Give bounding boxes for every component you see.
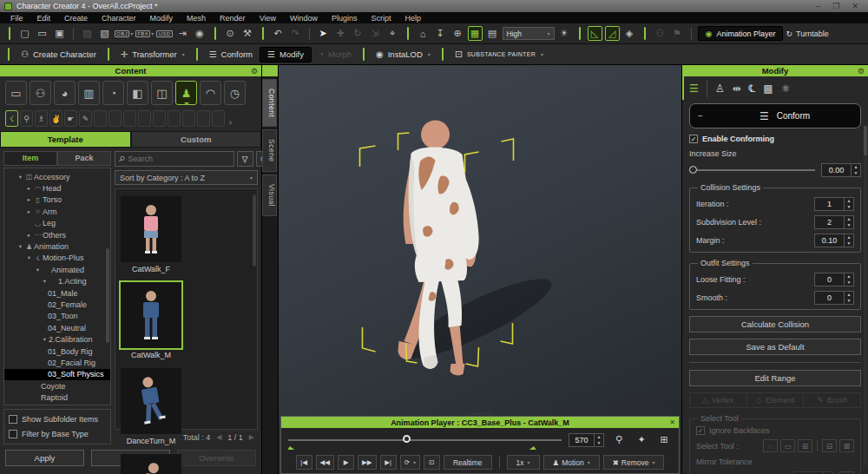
thumbnail-catwalk-m[interactable]: CatWalk_M	[121, 282, 181, 359]
tree-item-accessory[interactable]: ▾◫Accessory	[4, 171, 110, 182]
sub-gesture-icon[interactable]: ✌	[49, 110, 62, 127]
invert-select-icon[interactable]: ⊠	[839, 439, 854, 452]
rect-select-icon[interactable]: ▭	[780, 439, 795, 452]
spin-up[interactable]: ▲	[845, 198, 853, 204]
camera-key1-icon[interactable]: ◺	[588, 26, 602, 41]
tab-pack[interactable]: Pack	[57, 151, 111, 166]
checkbox-icon[interactable]	[689, 135, 698, 143]
tree-item-leg[interactable]: ◡Leg	[4, 218, 110, 229]
checkbox-icon[interactable]	[9, 415, 17, 424]
tree-item-animation[interactable]: ▾♟Animation	[4, 240, 110, 252]
save-project-icon[interactable]: ▣	[52, 26, 67, 41]
tree-item-raptoid[interactable]: Raptoid	[4, 392, 110, 403]
tree-item-03-soft-physics[interactable]: 03_Soft Physics	[4, 369, 110, 380]
expander-icon[interactable]: ▾	[41, 278, 49, 285]
menu-help[interactable]: Help	[398, 14, 429, 23]
speed-select[interactable]: 1x▾	[507, 455, 540, 470]
collapse-icons-button[interactable]: «	[227, 121, 234, 124]
search-input[interactable]	[128, 155, 230, 163]
import-character-icon[interactable]: ▧	[97, 26, 112, 41]
category-morph-icon[interactable]: ◔	[102, 81, 124, 105]
gear-icon[interactable]: ⚙	[858, 67, 865, 76]
turntable-button[interactable]: ↻ Turntable	[786, 30, 828, 38]
skip-start-button[interactable]: |◀	[296, 455, 312, 470]
expander-icon[interactable]: ▸	[25, 232, 33, 239]
fast-backward-button[interactable]: ◀◀	[316, 455, 335, 470]
expander-icon[interactable]: ▸	[25, 185, 33, 192]
tree-item-03-toon[interactable]: 03_Toon	[4, 311, 110, 322]
create-character-button[interactable]: ⚇Create Character	[14, 47, 103, 63]
collapse-section-icon[interactable]: −	[698, 111, 717, 121]
apply-button[interactable]: Apply	[5, 450, 84, 466]
expander-icon[interactable]: ▾	[25, 254, 33, 261]
brush-mode-button[interactable]: ✎Brush	[804, 393, 860, 407]
vertex-mode-button[interactable]: △Vertex	[690, 393, 747, 407]
grid-view-icon[interactable]: ▦	[468, 26, 483, 41]
range-start-marker[interactable]	[286, 443, 295, 450]
copy-layers-icon[interactable]: ⊞	[656, 433, 672, 447]
spin-down[interactable]: ▼	[845, 280, 853, 286]
edit-range-button[interactable]: Edit Range	[689, 370, 861, 386]
timeline-slider[interactable]	[288, 432, 562, 448]
content-panel-header[interactable]: Content ⚙	[0, 65, 261, 76]
category-skin-icon[interactable]: ◕	[54, 81, 76, 105]
menu-view[interactable]: View	[253, 14, 283, 23]
side-tab-content[interactable]: Content	[262, 79, 277, 127]
comment-button[interactable]: ⊡	[424, 455, 440, 470]
category-project-icon[interactable]: ▭	[5, 81, 27, 105]
menu-mesh[interactable]: Mesh	[180, 14, 213, 23]
minimize-button[interactable]: –	[816, 2, 820, 10]
quality-select[interactable]: High ▾	[503, 27, 555, 40]
preview-icon[interactable]: ◉	[193, 26, 207, 41]
sub-hand-icon[interactable]: ☛	[64, 110, 77, 127]
lasso-select-icon[interactable]: ◌	[763, 439, 778, 452]
sub-motion-icon[interactable]: ♗	[35, 110, 48, 127]
add-select-icon[interactable]: ⊟	[822, 439, 837, 452]
tree-item-motion-plus[interactable]: ▾☇Motion-Plus	[4, 253, 110, 264]
calculate-collision-button[interactable]: Calculate Collision	[689, 316, 861, 332]
spin-down[interactable]: ▼	[845, 298, 853, 304]
modify-scrollbar[interactable]	[864, 126, 867, 465]
spin-down[interactable]: ▼	[845, 222, 853, 228]
modify-button[interactable]: ☰Modify	[260, 47, 312, 63]
filter-base-type-checkbox[interactable]: Filter by Base Type	[9, 430, 106, 438]
undo-icon[interactable]: ↶	[271, 26, 286, 41]
thumbnail-spinaround-f[interactable]: SpinAround_F	[121, 454, 181, 474]
thumbnail-scrollbar[interactable]	[253, 194, 256, 267]
fit-view-icon[interactable]: ↧	[433, 26, 448, 41]
animation-player-header[interactable]: Animation Player : CC3_Base_Plus - CatWa…	[281, 417, 679, 428]
spin-down[interactable]: ▼	[845, 204, 853, 210]
conform-button[interactable]: ☰Conform	[202, 47, 260, 63]
menu-create[interactable]: Create	[57, 14, 95, 23]
expander-icon[interactable]: ▾	[41, 336, 49, 343]
tree-item-02-female[interactable]: 02_Female	[4, 299, 110, 310]
subdivision-spinner[interactable]: 2▲▼	[814, 215, 854, 229]
morph-button[interactable]: ◔Morph	[312, 47, 358, 63]
tree-item-head[interactable]: ▸◠Head	[4, 182, 110, 194]
tree-item-others[interactable]: ▸⋯Others	[4, 229, 110, 240]
spin-up[interactable]: ▲	[845, 234, 853, 240]
menu-edit[interactable]: Edit	[30, 14, 58, 23]
element-mode-button[interactable]: ◇Element	[747, 393, 805, 407]
paint-select-icon[interactable]: ⊞	[798, 439, 812, 452]
category-character-icon[interactable]: ⚇	[30, 81, 51, 105]
spin-up[interactable]: ▲	[845, 216, 853, 222]
gear-icon[interactable]: ⚙	[251, 67, 258, 76]
camera-key2-icon[interactable]: ◿	[605, 26, 620, 41]
close-button[interactable]: ✕	[852, 2, 858, 10]
filter-icon[interactable]: ∇	[237, 151, 253, 167]
overwrite-button[interactable]: Overwrite	[177, 450, 256, 466]
camera-icon[interactable]: ▤	[485, 26, 500, 41]
spin-up[interactable]: ▲	[852, 164, 860, 170]
modify-panel-header[interactable]: Modify ⚙	[682, 65, 868, 76]
tree-item-04-neutral[interactable]: 04_Neutral	[4, 322, 110, 333]
fbx-export-icon[interactable]: FBX	[135, 30, 150, 37]
substance-painter-button[interactable]: ⚀SUBSTANCE PAINTER▾	[448, 47, 550, 63]
calibration-icon[interactable]: ⚒	[240, 26, 255, 41]
motion-button[interactable]: ♟Motion▾	[543, 455, 600, 470]
tree-item-animated[interactable]: ▾Animated	[4, 264, 110, 275]
menu-window[interactable]: Window	[283, 14, 325, 23]
sub-pose-icon[interactable]: ⚲	[20, 110, 33, 127]
spin-down[interactable]: ▼	[595, 440, 603, 446]
remove-button[interactable]: ✖Remove▾	[603, 455, 665, 470]
